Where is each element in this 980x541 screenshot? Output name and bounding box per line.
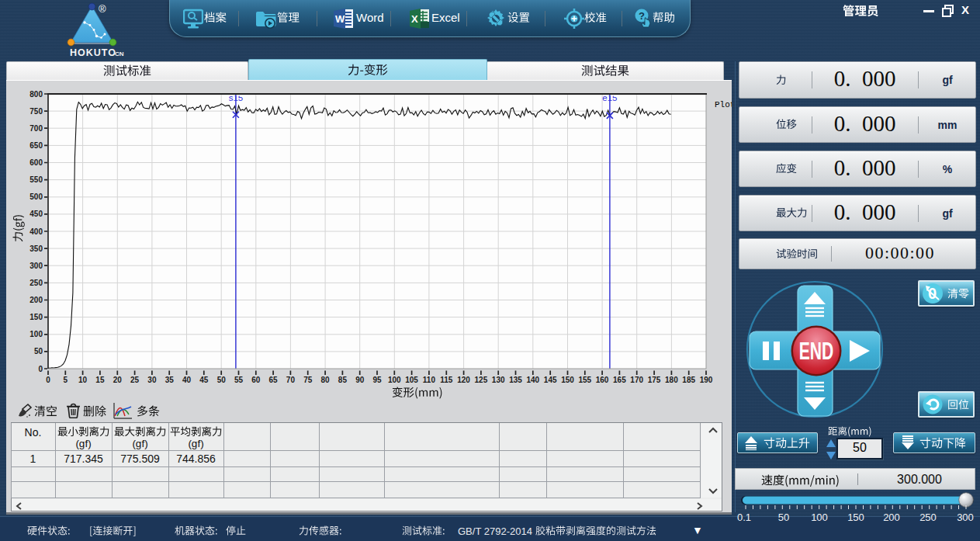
svg-text:END: END (799, 338, 833, 365)
